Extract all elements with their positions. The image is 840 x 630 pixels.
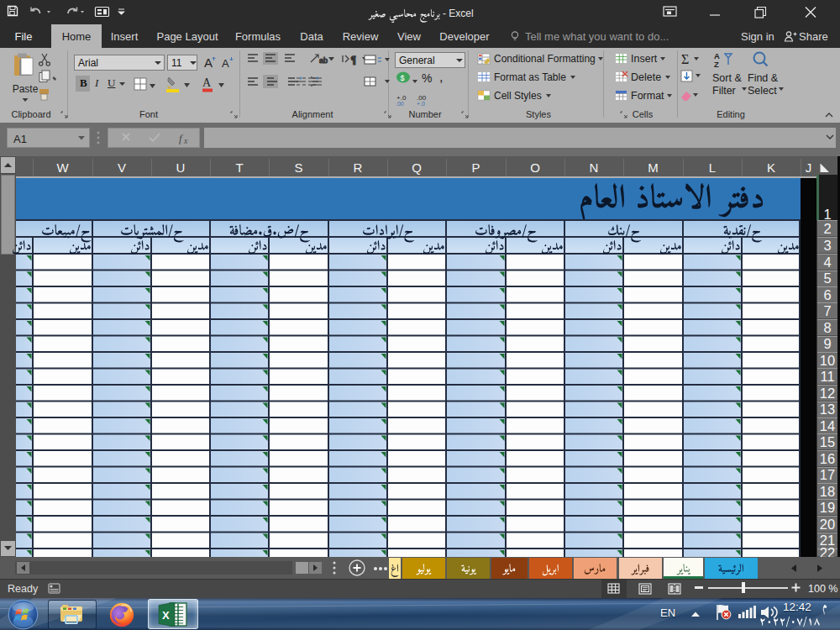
svg-text:X: X	[162, 609, 170, 622]
